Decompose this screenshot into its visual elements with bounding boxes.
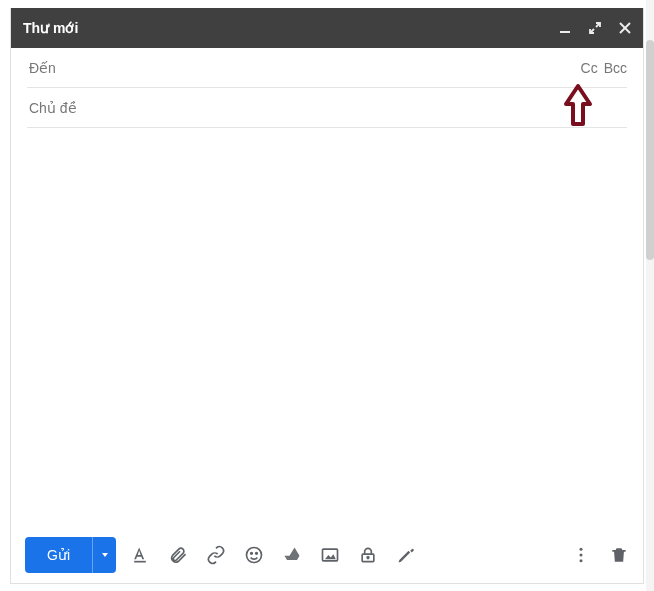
bcc-toggle[interactable]: Bcc [604,60,627,76]
svg-point-15 [580,548,583,551]
to-input[interactable] [27,59,581,77]
subject-row [27,88,627,128]
compose-body[interactable] [11,128,643,527]
compose-header: Thư mới [11,8,643,48]
scrollbar-thumb[interactable] [646,40,654,260]
compose-footer: Gửi [11,527,643,583]
svg-point-8 [251,553,253,555]
link-icon[interactable] [206,545,226,565]
close-icon[interactable] [617,20,633,36]
to-row: Cc Bcc [27,48,627,88]
toolbar [130,545,416,565]
trash-icon[interactable] [609,545,629,565]
scrollbar[interactable] [646,0,654,591]
svg-point-9 [256,553,258,555]
svg-point-7 [247,548,262,563]
compose-title: Thư mới [23,20,557,36]
drive-icon[interactable] [282,545,302,565]
format-text-icon[interactable] [130,545,150,565]
emoji-icon[interactable] [244,545,264,565]
svg-marker-11 [325,554,336,559]
send-button[interactable]: Gửi [25,537,92,573]
svg-point-17 [580,559,583,562]
confidential-icon[interactable] [358,545,378,565]
window-controls [557,20,633,36]
send-more-button[interactable] [92,537,116,573]
compose-window: Thư mới Cc Bcc [10,8,644,584]
fullscreen-icon[interactable] [587,20,603,36]
cc-toggle[interactable]: Cc [581,60,598,76]
minimize-icon[interactable] [557,20,573,36]
send-group: Gửi [25,537,116,573]
cc-bcc-toggles: Cc Bcc [581,60,627,76]
attach-icon[interactable] [168,545,188,565]
more-icon[interactable] [571,545,591,565]
pen-icon[interactable] [396,545,416,565]
svg-rect-6 [134,561,146,563]
image-icon[interactable] [320,545,340,565]
subject-input[interactable] [27,99,627,117]
right-tools [571,545,629,565]
svg-marker-5 [102,553,108,557]
svg-point-16 [580,554,583,557]
compose-fields: Cc Bcc [11,48,643,128]
